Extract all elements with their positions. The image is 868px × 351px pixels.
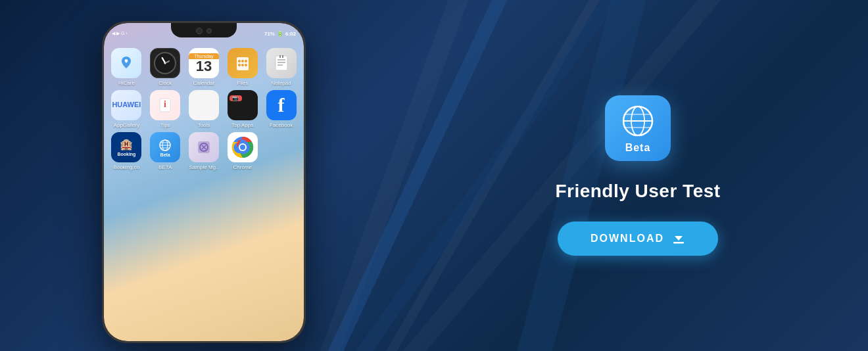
right-section: Beta Friendly User Test DOWNLOAD	[408, 69, 868, 282]
app-grid: HiCare	[104, 41, 304, 341]
beta-icon-small: Beta	[150, 132, 180, 162]
svg-point-4	[241, 64, 244, 66]
svg-point-6	[245, 64, 247, 66]
chrome-label: Chrome	[233, 164, 252, 170]
battery-icon: 🔋	[277, 31, 283, 37]
status-icons: ◀ ▶ G ›	[112, 31, 128, 36]
phone-notch	[171, 23, 237, 37]
files-icon	[228, 48, 258, 78]
notepad-label: Notepad	[271, 80, 291, 86]
beta-app-icon-large: Beta	[605, 95, 671, 161]
notepad-icon	[266, 48, 297, 78]
calendar-label: Calendar	[193, 80, 214, 86]
app-tips[interactable]: i Tips	[148, 90, 183, 128]
facebook-label: Facebook	[270, 122, 293, 128]
facebook-icon: f	[266, 90, 297, 120]
app-calendar[interactable]: Thursday 13 Calendar	[187, 48, 222, 86]
app-appgallery[interactable]: HUAWEI AppGallery	[109, 90, 144, 128]
svg-point-2	[238, 60, 241, 62]
app-beta[interactable]: Beta BETA	[148, 132, 183, 170]
clock-icon	[150, 48, 180, 78]
phone-section: ◀ ▶ G › 71% 🔋 6:02	[0, 0, 408, 351]
phone-frame: ◀ ▶ G › 71% 🔋 6:02	[102, 21, 306, 343]
app-hicare[interactable]: HiCare	[109, 48, 144, 86]
svg-rect-7	[276, 56, 287, 70]
topapps-icon: 📷	[228, 90, 258, 120]
calendar-date: 13	[196, 59, 212, 74]
tips-label: Tips	[160, 122, 170, 128]
download-label: DOWNLOAD	[591, 233, 664, 245]
globe-icon-large	[619, 103, 656, 139]
battery-level: 71%	[264, 31, 275, 37]
app-notepad[interactable]: Notepad	[264, 48, 299, 86]
svg-point-3	[245, 60, 247, 62]
svg-point-24	[240, 145, 245, 150]
phone-screen: ◀ ▶ G › 71% 🔋 6:02	[104, 23, 304, 341]
svg-point-1	[241, 60, 244, 62]
app-sample[interactable]: Sample Mg..	[187, 132, 222, 170]
sample-label: Sample Mg..	[189, 164, 219, 170]
clock-label: Clock	[158, 80, 172, 86]
status-left: ◀ ▶ G ›	[112, 31, 128, 36]
appgallery-icon: HUAWEI	[111, 90, 141, 120]
appgallery-label: AppGallery	[114, 122, 140, 128]
app-clock[interactable]: Clock	[148, 48, 183, 86]
phone-camera	[196, 28, 212, 34]
clock-hands	[158, 57, 172, 70]
chrome-icon	[228, 132, 258, 162]
download-button[interactable]: DOWNLOAD	[558, 222, 718, 256]
app-booking[interactable]: 🏨 Booking Booking.co	[109, 132, 144, 170]
main-title: Friendly User Test	[555, 181, 720, 202]
sample-icon	[189, 132, 219, 162]
topapps-label: Top Apps	[231, 122, 253, 128]
app-facebook[interactable]: f Facebook	[264, 90, 299, 128]
download-icon	[672, 232, 685, 245]
beta-text: Beta	[625, 142, 651, 154]
hicare-label: HiCare	[118, 80, 135, 86]
app-topapps[interactable]: 📷 Top Apps	[225, 90, 260, 128]
svg-text:i: i	[164, 99, 166, 109]
calendar-icon: Thursday 13	[189, 48, 219, 78]
booking-label: Booking.co	[114, 164, 140, 170]
tools-label: Tools	[198, 122, 210, 128]
app-tools[interactable]: Tools	[187, 90, 222, 128]
app-chrome[interactable]: Chrome	[225, 132, 260, 170]
beta-label: BETA	[158, 164, 172, 170]
files-label: Files	[237, 80, 248, 86]
svg-marker-31	[675, 236, 683, 241]
svg-rect-30	[673, 242, 684, 244]
status-right: 71% 🔋 6:02	[264, 31, 296, 37]
hicare-icon	[111, 48, 141, 78]
time-display: 6:02	[285, 31, 296, 37]
tools-icon	[189, 90, 219, 120]
app-files[interactable]: Files	[225, 48, 260, 86]
svg-point-5	[238, 64, 241, 66]
clock-face	[154, 52, 176, 74]
booking-icon: 🏨 Booking	[111, 132, 141, 162]
page-container: ◀ ▶ G › 71% 🔋 6:02	[0, 0, 868, 351]
tips-icon: i	[150, 90, 180, 120]
